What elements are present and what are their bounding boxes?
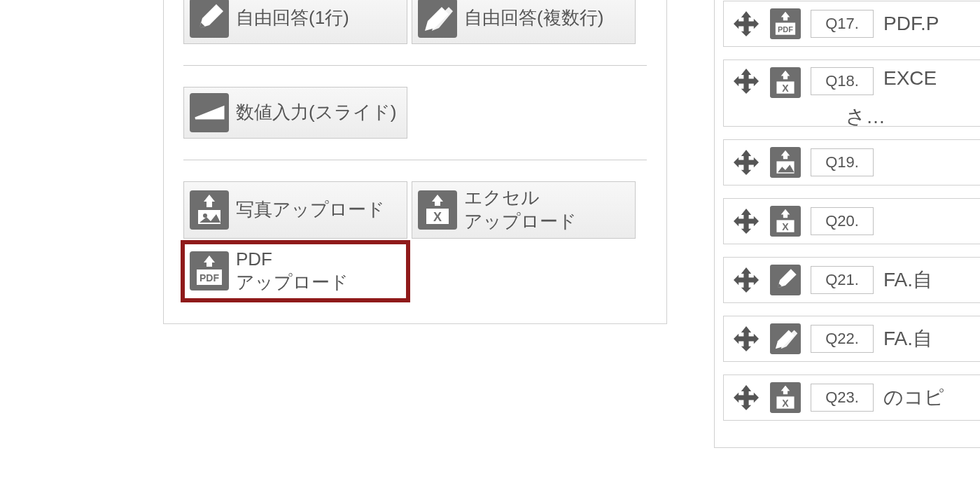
question-type-icon (770, 382, 801, 413)
question-row[interactable]: Q22. FA.自 (723, 316, 980, 362)
type-free-single[interactable]: 自由回答(1行) (183, 0, 407, 44)
divider (183, 160, 647, 160)
type-excel-upload[interactable]: エクセル アップロード (412, 181, 636, 239)
type-label: PDF アップロード (236, 248, 349, 295)
question-number: Q22. (811, 325, 874, 353)
question-row[interactable]: Q20. (723, 198, 980, 244)
question-type-icon (770, 265, 801, 295)
question-number: Q18. (811, 67, 874, 95)
drag-handle-icon[interactable] (732, 384, 760, 412)
slider-icon (190, 93, 229, 132)
type-label: 数値入力(スライド) (236, 101, 396, 125)
drag-handle-icon[interactable] (732, 266, 760, 294)
type-label: 写真アップロード (236, 198, 385, 222)
question-row[interactable]: Q19. (723, 139, 980, 186)
question-text: FA.自 (883, 326, 932, 352)
drag-handle-icon[interactable] (732, 207, 760, 235)
type-label: 自由回答(1行) (236, 6, 349, 30)
question-type-icon (770, 67, 801, 98)
question-text-suffix: さ… (846, 104, 886, 127)
type-slider[interactable]: 数値入力(スライド) (183, 87, 407, 139)
photo-upload-icon (190, 190, 229, 230)
question-type-icon (770, 147, 801, 178)
divider (183, 65, 647, 66)
type-pdf-upload[interactable]: PDF アップロード (183, 243, 407, 300)
question-list: Q17. PDF.P Q18. EXCE さ… Q19. Q20. Q21. F… (714, 0, 980, 448)
pen-multi-icon (418, 0, 457, 38)
type-photo-upload[interactable]: 写真アップロード (183, 181, 407, 239)
question-text: のコピ (883, 384, 944, 411)
question-text: FA.自 (883, 267, 932, 293)
drag-handle-icon[interactable] (732, 148, 760, 176)
question-row[interactable]: Q18. EXCE さ… (723, 59, 980, 127)
question-number: Q23. (811, 384, 874, 412)
drag-handle-icon[interactable] (732, 10, 760, 38)
question-number: Q21. (811, 266, 874, 294)
question-type-icon (770, 323, 801, 354)
question-row[interactable]: Q21. FA.自 (723, 257, 980, 303)
question-type-icon (770, 8, 801, 39)
question-type-palette: 自由回答(1行) 自由回答(複数行) 数値入力(スライド) 写真アップロード エ… (163, 0, 667, 324)
excel-upload-icon (418, 190, 457, 230)
pdf-upload-icon (190, 251, 229, 290)
drag-handle-icon[interactable] (732, 325, 760, 353)
type-free-multi[interactable]: 自由回答(複数行) (412, 0, 636, 44)
question-text: EXCE (883, 67, 937, 90)
question-number: Q17. (811, 10, 874, 38)
question-type-icon (770, 206, 801, 237)
question-row[interactable]: Q23. のコピ (723, 374, 980, 421)
type-label: 自由回答(複数行) (464, 6, 603, 30)
pen-icon (190, 0, 229, 38)
question-text: PDF.P (883, 13, 939, 35)
question-number: Q19. (811, 148, 874, 176)
drag-handle-icon[interactable] (732, 67, 760, 95)
type-label: エクセル アップロード (464, 186, 577, 234)
question-number: Q20. (811, 207, 874, 235)
question-row[interactable]: Q17. PDF.P (723, 1, 980, 47)
